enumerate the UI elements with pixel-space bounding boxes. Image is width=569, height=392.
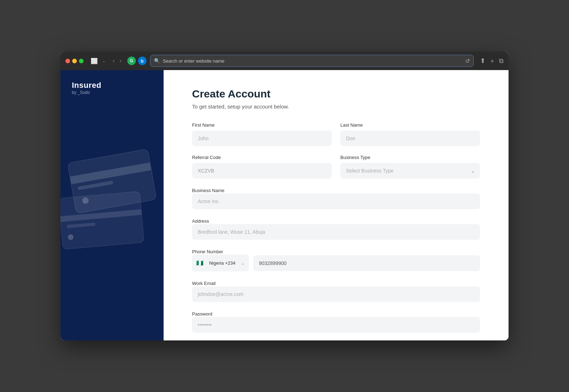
first-name-group: First Name bbox=[192, 122, 332, 146]
form-title: Create Account bbox=[192, 88, 480, 100]
phone-label: Phone Number bbox=[192, 249, 223, 254]
tabs-button[interactable]: ⧉ bbox=[499, 57, 504, 65]
reload-button[interactable]: ↺ bbox=[465, 58, 470, 64]
address-bar[interactable]: 🔍 Search or enter website name ↺ bbox=[150, 55, 474, 67]
password-input[interactable] bbox=[192, 317, 480, 333]
last-name-input[interactable] bbox=[340, 131, 480, 146]
card-chip-front bbox=[68, 234, 74, 240]
window-controls: ⬜ ⌄ bbox=[89, 57, 107, 65]
close-button[interactable] bbox=[65, 59, 70, 63]
traffic-lights bbox=[65, 59, 84, 63]
name-row: First Name Last Name bbox=[192, 122, 480, 146]
last-name-label: Last Name bbox=[340, 122, 480, 128]
first-name-input[interactable] bbox=[192, 131, 332, 146]
referral-code-group: Referral Code bbox=[192, 155, 332, 179]
business-type-select-wrapper: Select Business Type Sole Proprietorship… bbox=[340, 163, 480, 179]
business-type-group: Business Type Select Business Type Sole … bbox=[340, 155, 480, 179]
logo-by: by _Sudo bbox=[72, 90, 101, 95]
nigeria-flag-icon: 🇳🇬 bbox=[196, 260, 203, 266]
browser-chrome: ⬜ ⌄ ‹ › G b 🔍 Search or enter website na… bbox=[60, 52, 509, 70]
business-type-select[interactable]: Select Business Type Sole Proprietorship… bbox=[340, 163, 480, 179]
card-number-strip-front bbox=[67, 223, 95, 228]
last-name-group: Last Name bbox=[340, 122, 480, 146]
browser-window: ⬜ ⌄ ‹ › G b 🔍 Search or enter website na… bbox=[60, 52, 509, 340]
browser-actions: ⬆ ＋ ⧉ bbox=[480, 57, 504, 65]
card-illustrations bbox=[82, 141, 164, 255]
referral-code-input[interactable] bbox=[192, 163, 332, 179]
password-group: Password bbox=[192, 311, 480, 333]
password-label: Password bbox=[192, 311, 212, 317]
first-name-label: First Name bbox=[192, 122, 332, 128]
phone-row: 🇳🇬 Nigeria +234 ⌄ bbox=[192, 255, 480, 271]
search-icon: 🔍 bbox=[154, 58, 160, 64]
address-label: Address bbox=[192, 218, 209, 224]
card-stripe-front bbox=[60, 209, 142, 222]
card-front-illustration bbox=[60, 191, 144, 249]
sidebar-toggle-button[interactable]: ⬜ bbox=[89, 57, 99, 65]
minimize-button[interactable] bbox=[72, 59, 77, 63]
sidebar-logo: Insured by _Sudo bbox=[72, 81, 101, 95]
forward-button[interactable]: › bbox=[117, 56, 123, 65]
chevron-down-icon[interactable]: ⌄ bbox=[101, 58, 107, 64]
maximize-button[interactable] bbox=[79, 59, 84, 63]
business-name-input[interactable] bbox=[192, 194, 480, 209]
bing-extension-icon[interactable]: b bbox=[138, 57, 147, 65]
phone-country-label: Nigeria +234 bbox=[209, 260, 235, 266]
chevron-down-icon: ⌄ bbox=[241, 261, 245, 266]
phone-country-selector[interactable]: 🇳🇬 Nigeria +234 ⌄ bbox=[192, 255, 249, 271]
business-type-label: Business Type bbox=[340, 155, 480, 160]
nav-arrows: ‹ › bbox=[111, 56, 124, 65]
business-name-label: Business Name bbox=[192, 188, 224, 193]
referral-code-label: Referral Code bbox=[192, 155, 332, 160]
email-label: Work Email bbox=[192, 281, 216, 286]
share-button[interactable]: ⬆ bbox=[480, 57, 485, 65]
form-subtitle: To get started, setup your account below… bbox=[192, 104, 480, 110]
phone-number-input[interactable] bbox=[253, 255, 480, 271]
extension-icons: G b bbox=[127, 57, 147, 65]
logo-name: Insured bbox=[72, 81, 101, 90]
business-name-group: Business Name bbox=[192, 187, 480, 209]
address-input[interactable] bbox=[192, 224, 480, 240]
address-text: Search or enter website name bbox=[163, 58, 462, 64]
sidebar: Insured by _Sudo bbox=[60, 70, 164, 340]
referral-business-row: Referral Code Business Type Select Busin… bbox=[192, 155, 480, 179]
browser-content: Insured by _Sudo Create Account To get s bbox=[60, 70, 509, 340]
form-area: Create Account To get started, setup you… bbox=[164, 70, 509, 340]
email-group: Work Email bbox=[192, 280, 480, 302]
new-tab-button[interactable]: ＋ bbox=[489, 57, 495, 65]
phone-group: Phone Number 🇳🇬 Nigeria +234 ⌄ bbox=[192, 248, 480, 271]
grammarly-extension-icon[interactable]: G bbox=[127, 57, 136, 65]
back-button[interactable]: ‹ bbox=[111, 56, 117, 65]
email-input[interactable] bbox=[192, 286, 480, 302]
address-group: Address bbox=[192, 218, 480, 240]
